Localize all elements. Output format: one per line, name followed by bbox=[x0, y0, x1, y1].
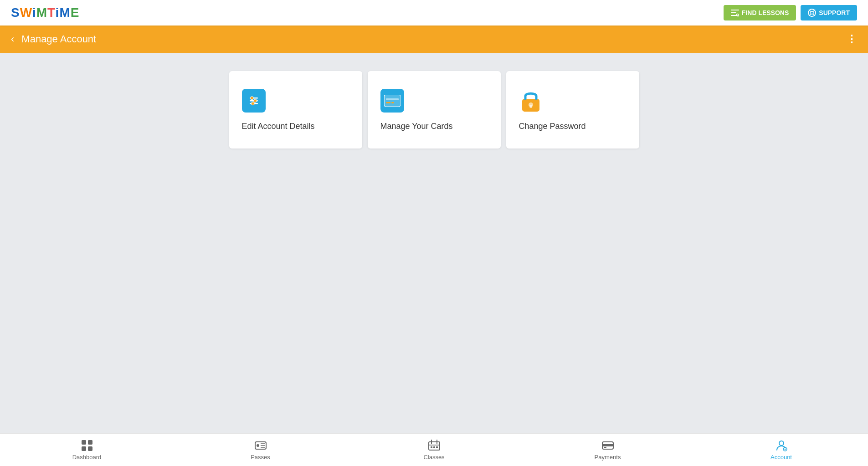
nav-item-passes[interactable]: Passes bbox=[174, 435, 347, 464]
page-title: Manage Account bbox=[21, 33, 96, 45]
nav-action-buttons: FIND LESSONS SUPPORT bbox=[724, 5, 857, 20]
svg-rect-25 bbox=[88, 446, 92, 451]
manage-cards-label: Manage Your Cards bbox=[380, 122, 453, 131]
account-icon bbox=[775, 439, 788, 452]
dashboard-icon bbox=[81, 439, 93, 452]
classes-icon bbox=[428, 439, 441, 452]
svg-rect-14 bbox=[384, 95, 401, 107]
svg-rect-21 bbox=[529, 105, 532, 108]
svg-rect-40 bbox=[604, 447, 606, 448]
svg-rect-35 bbox=[431, 446, 432, 448]
svg-point-3 bbox=[811, 11, 813, 14]
account-label: Account bbox=[770, 454, 792, 461]
payments-icon bbox=[601, 439, 614, 452]
support-icon bbox=[808, 9, 816, 17]
nav-item-payments[interactable]: Payments bbox=[521, 435, 694, 464]
main-content: Edit Account Details Manage Your Cards bbox=[0, 53, 868, 433]
more-options-button[interactable]: ⋮ bbox=[847, 33, 857, 45]
change-password-icon bbox=[519, 89, 543, 113]
manage-cards-icon bbox=[380, 89, 404, 113]
feature-cards-container: Edit Account Details Manage Your Cards bbox=[226, 71, 642, 415]
payments-label: Payments bbox=[595, 454, 621, 461]
svg-rect-18 bbox=[391, 102, 394, 103]
svg-rect-37 bbox=[436, 446, 438, 448]
passes-label: Passes bbox=[251, 454, 270, 461]
edit-account-label: Edit Account Details bbox=[242, 122, 315, 131]
svg-rect-23 bbox=[88, 440, 92, 445]
classes-label: Classes bbox=[423, 454, 444, 461]
svg-point-43 bbox=[784, 449, 786, 450]
edit-account-card[interactable]: Edit Account Details bbox=[229, 71, 362, 149]
svg-point-27 bbox=[257, 444, 259, 447]
nav-item-classes[interactable]: Classes bbox=[347, 435, 521, 464]
edit-account-icon bbox=[242, 89, 266, 113]
svg-point-13 bbox=[251, 102, 254, 105]
svg-point-12 bbox=[253, 99, 257, 102]
dashboard-label: Dashboard bbox=[72, 454, 102, 461]
nav-item-dashboard[interactable]: Dashboard bbox=[0, 435, 174, 464]
find-lessons-icon bbox=[731, 9, 739, 16]
nav-item-account[interactable]: Account bbox=[694, 435, 868, 464]
back-button[interactable]: ‹ bbox=[11, 33, 14, 45]
change-password-card[interactable]: Change Password bbox=[506, 71, 639, 149]
change-password-label: Change Password bbox=[519, 122, 586, 131]
support-button[interactable]: SUPPORT bbox=[801, 5, 857, 20]
svg-rect-31 bbox=[429, 442, 440, 450]
swimtime-logo: SWiMTiME bbox=[11, 5, 79, 20]
svg-rect-39 bbox=[602, 444, 613, 446]
top-navigation: SWiMTiME FIND LESSONS SUPPORT bbox=[0, 0, 868, 26]
manage-cards-card[interactable]: Manage Your Cards bbox=[368, 71, 501, 149]
svg-rect-36 bbox=[433, 446, 435, 448]
svg-rect-22 bbox=[82, 440, 86, 445]
bottom-navigation: Dashboard Passes Class bbox=[0, 433, 868, 466]
page-header: ‹ Manage Account ⋮ bbox=[0, 26, 868, 53]
svg-rect-24 bbox=[82, 446, 86, 451]
svg-point-41 bbox=[779, 441, 784, 446]
svg-point-11 bbox=[250, 96, 253, 99]
find-lessons-button[interactable]: FIND LESSONS bbox=[724, 5, 796, 20]
svg-line-1 bbox=[739, 16, 739, 16]
passes-icon bbox=[254, 439, 267, 452]
svg-rect-16 bbox=[386, 98, 399, 100]
svg-rect-17 bbox=[386, 102, 390, 103]
